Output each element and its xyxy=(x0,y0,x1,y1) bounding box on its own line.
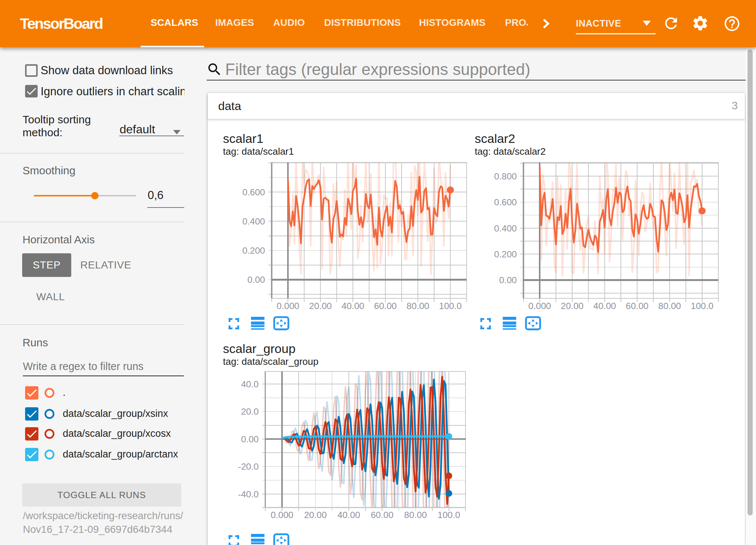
svg-text:40.00: 40.00 xyxy=(593,301,616,311)
svg-text:80.00: 80.00 xyxy=(658,301,681,311)
svg-text:0.00: 0.00 xyxy=(499,275,517,285)
svg-text:40.00: 40.00 xyxy=(337,510,360,520)
svg-text:100.0: 100.0 xyxy=(439,301,462,311)
svg-text:80.00: 80.00 xyxy=(404,510,427,520)
svg-text:0.400: 0.400 xyxy=(242,216,265,226)
svg-text:100.0: 100.0 xyxy=(437,510,460,520)
svg-text:0.200: 0.200 xyxy=(494,249,517,259)
svg-text:0.000: 0.000 xyxy=(276,301,299,311)
svg-text:0.000: 0.000 xyxy=(271,510,293,520)
svg-text:40.0: 40.0 xyxy=(241,379,259,389)
svg-text:40.00: 40.00 xyxy=(341,301,364,311)
svg-text:-20.0: -20.0 xyxy=(238,462,259,472)
svg-text:60.00: 60.00 xyxy=(626,301,649,311)
svg-text:20.0: 20.0 xyxy=(241,407,259,417)
svg-text:60.00: 60.00 xyxy=(371,510,394,520)
svg-text:20.00: 20.00 xyxy=(309,301,332,311)
svg-text:100.0: 100.0 xyxy=(691,301,714,311)
svg-text:80.00: 80.00 xyxy=(406,301,429,311)
svg-text:0.200: 0.200 xyxy=(242,246,265,256)
svg-text:0.600: 0.600 xyxy=(242,187,265,197)
svg-text:20.00: 20.00 xyxy=(561,301,584,311)
svg-text:0.000: 0.000 xyxy=(528,301,551,311)
svg-text:20.00: 20.00 xyxy=(304,510,327,520)
svg-text:-40.0: -40.0 xyxy=(238,489,259,499)
svg-text:0.600: 0.600 xyxy=(494,197,517,207)
svg-text:0.00: 0.00 xyxy=(247,275,265,285)
svg-text:60.00: 60.00 xyxy=(374,301,397,311)
svg-text:0.800: 0.800 xyxy=(494,171,517,181)
svg-text:0.00: 0.00 xyxy=(241,434,259,444)
svg-text:0.400: 0.400 xyxy=(494,223,517,233)
